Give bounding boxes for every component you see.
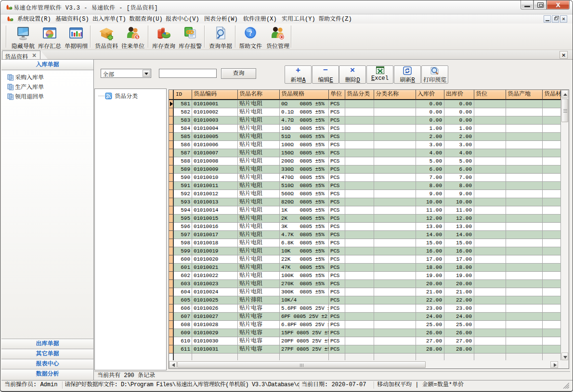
svg-text:?: ? [248,29,252,37]
svg-text:$: $ [136,35,139,39]
